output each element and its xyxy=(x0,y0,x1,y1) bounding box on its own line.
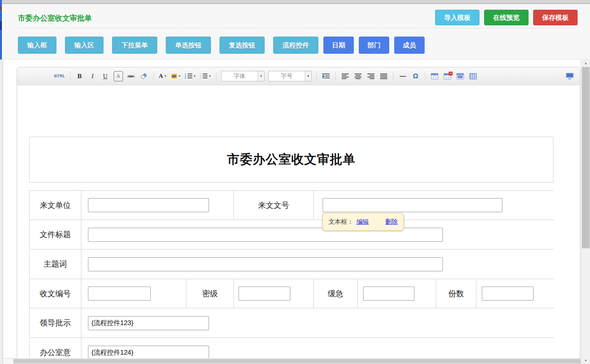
widget-edit-tooltip: 文本框： 编辑 删除 xyxy=(322,213,404,231)
monitor-icon xyxy=(566,73,574,78)
format-button[interactable]: A xyxy=(114,71,123,81)
table-row: 收文编号 密级 缓急 份数 xyxy=(30,279,555,308)
insert-table-button[interactable] xyxy=(430,71,439,81)
underline-button[interactable]: U xyxy=(101,71,110,81)
table-cell xyxy=(81,308,555,338)
align-right-icon xyxy=(367,74,374,79)
field-label: 来文单位 xyxy=(30,191,81,220)
horizontal-scrollbar-thumb[interactable] xyxy=(14,359,581,364)
align-left-icon xyxy=(342,74,349,79)
toolbar-separator xyxy=(316,72,317,81)
ordered-list-button[interactable]: ▼ xyxy=(184,71,196,81)
font-family-select[interactable]: 字体 ▼ xyxy=(221,71,265,81)
office-opinion-input[interactable] xyxy=(88,346,209,359)
add-date-button[interactable]: 日期 xyxy=(323,37,354,54)
editor-document-area[interactable]: 市委办公室收文审批单 来文单位 来文文号 文件标题 xyxy=(17,85,580,364)
widget-group-org: 日期 部门 成员 xyxy=(323,37,425,54)
table-cell xyxy=(81,191,234,220)
save-template-button[interactable]: 保存模板 xyxy=(533,10,578,25)
copies-input[interactable] xyxy=(482,287,534,301)
delete-widget-link[interactable]: 删除 xyxy=(385,218,398,226)
unordered-list-button[interactable]: ▼ xyxy=(200,71,211,81)
table-cell xyxy=(476,279,555,308)
table-properties-button[interactable] xyxy=(456,71,465,81)
align-justify-icon xyxy=(380,74,387,79)
receipt-number-input[interactable] xyxy=(88,287,151,301)
document-number-input[interactable] xyxy=(323,198,502,212)
online-preview-button[interactable]: 在线预览 xyxy=(484,10,529,25)
widget-toolbar: 输入框 输入区 下拉菜单 单选按钮 复选按钮 流程控件 日期 部门 成员 xyxy=(18,37,425,54)
vertical-scrollbar-thumb[interactable] xyxy=(582,67,590,248)
form-table-wrapper: 来文单位 来文文号 文件标题 主题词 收文编号 密级 xyxy=(29,190,554,359)
delete-table-button[interactable] xyxy=(443,71,452,81)
add-department-button[interactable]: 部门 xyxy=(359,37,389,54)
import-template-button[interactable]: 导入模板 xyxy=(435,10,479,25)
table-cell xyxy=(81,220,555,250)
page-left-margin xyxy=(0,60,3,364)
keywords-input[interactable] xyxy=(88,257,443,271)
add-checkbox-button[interactable]: 复选按钮 xyxy=(219,37,265,54)
highlight-color-button[interactable]: ab▼ xyxy=(171,71,181,81)
source-code-button[interactable]: HTML xyxy=(54,71,65,81)
align-center-icon xyxy=(355,74,362,79)
table-row: 办公室意 xyxy=(30,338,555,359)
field-label: 份数 xyxy=(436,279,476,308)
add-flow-control-button[interactable]: 流程控件 xyxy=(273,37,318,54)
page-header: 市委办公室收文审批单 导入模板 在线预览 保存模板 输入框 输入区 下拉菜单 单… xyxy=(3,4,590,60)
font-color-button[interactable]: A▼ xyxy=(158,71,168,81)
fullscreen-button[interactable] xyxy=(566,73,574,79)
scroll-up-arrow-icon[interactable]: ▲ xyxy=(581,60,590,67)
vertical-scrollbar[interactable]: ▲ ▼ xyxy=(581,60,590,364)
align-justify-button[interactable] xyxy=(379,71,388,81)
table-cell xyxy=(234,279,314,308)
strikethrough-button[interactable]: ABC xyxy=(126,71,136,81)
horizontal-scrollbar[interactable] xyxy=(3,358,581,364)
field-label: 领导批示 xyxy=(30,308,81,338)
align-center-button[interactable] xyxy=(353,71,363,81)
edit-widget-link[interactable]: 编辑 xyxy=(356,218,369,226)
table-icon xyxy=(431,73,438,79)
ordered-list-icon xyxy=(184,73,192,79)
form-title-block[interactable]: 市委办公室收文审批单 xyxy=(29,137,553,183)
table-delete-icon xyxy=(444,73,451,79)
special-character-button[interactable]: Ω xyxy=(411,71,420,81)
source-unit-input[interactable] xyxy=(88,198,209,212)
table-cell xyxy=(81,279,186,308)
rich-text-editor: HTML B I U A ABC A▼ ab▼ ▼ ▼ 字体 ▼ 字号 ▼ — … xyxy=(17,67,580,364)
form-table: 来文单位 来文文号 文件标题 主题词 收文编号 密级 xyxy=(29,190,554,359)
table-cell xyxy=(81,250,555,279)
page-title: 市委办公室收文审批单 xyxy=(18,13,92,23)
chevron-down-icon: ▼ xyxy=(178,74,181,78)
add-dropdown-button[interactable]: 下拉菜单 xyxy=(112,37,157,54)
window-top-edge xyxy=(0,0,590,4)
template-actions: 导入模板 在线预览 保存模板 xyxy=(435,10,578,25)
add-input-box-button[interactable]: 输入框 xyxy=(18,37,56,54)
font-size-select[interactable]: 字号 ▼ xyxy=(268,71,312,81)
form-title: 市委办公室收文审批单 xyxy=(227,151,356,168)
chevron-down-icon: ▼ xyxy=(305,71,311,81)
secrecy-level-input[interactable] xyxy=(239,287,290,301)
toolbar-separator xyxy=(393,72,393,81)
cell-properties-button[interactable] xyxy=(469,71,478,81)
scroll-down-arrow-icon[interactable]: ▼ xyxy=(581,357,590,364)
field-label: 办公室意 xyxy=(30,338,81,359)
add-textarea-button[interactable]: 输入区 xyxy=(65,37,104,54)
field-label: 缓急 xyxy=(314,279,358,308)
horizontal-rule-button[interactable]: — xyxy=(398,71,407,81)
add-radio-button[interactable]: 单选按钮 xyxy=(166,37,211,54)
toolbar-separator xyxy=(216,72,216,81)
urgency-input[interactable] xyxy=(363,287,414,301)
toolbar-separator xyxy=(70,72,70,81)
field-label: 密级 xyxy=(186,279,234,308)
window-edge-mark xyxy=(0,7,2,10)
bold-button[interactable]: B xyxy=(75,71,84,81)
remove-format-button[interactable] xyxy=(139,71,149,81)
add-member-button[interactable]: 成员 xyxy=(394,37,425,54)
table-row: 来文单位 来文文号 xyxy=(30,191,555,220)
table-cell xyxy=(81,338,555,359)
indent-button[interactable] xyxy=(321,71,331,81)
align-right-button[interactable] xyxy=(366,71,376,81)
align-left-button[interactable] xyxy=(341,71,350,81)
leader-instructions-input[interactable] xyxy=(88,316,209,330)
italic-button[interactable]: I xyxy=(88,71,97,81)
